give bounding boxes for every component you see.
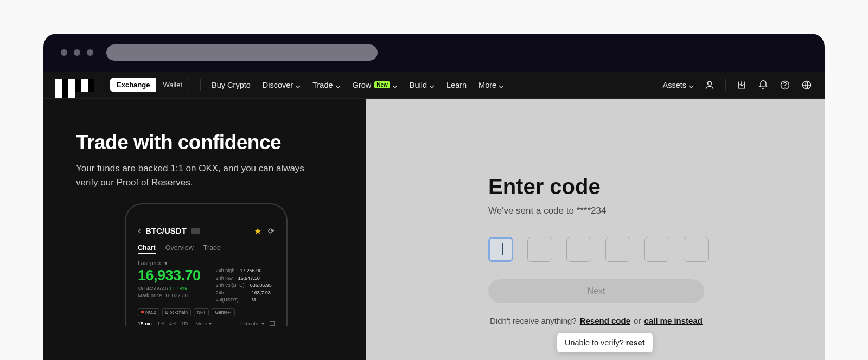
refresh-icon: ⟳ (268, 227, 275, 235)
timeframe-option: 1D (181, 320, 188, 326)
layout-icon (270, 321, 275, 326)
svg-point-2 (785, 87, 786, 87)
notifications-icon[interactable] (757, 79, 769, 91)
price-stats: 24h high17,256.90 24h low15,947.10 24h v… (216, 267, 275, 304)
nav-build-label: Build (410, 81, 427, 89)
nav-assets[interactable]: Assets (662, 81, 694, 89)
nav-buy-crypto[interactable]: Buy Crypto (212, 81, 251, 89)
enter-code-title: Enter code (488, 175, 825, 199)
otp-digit-1[interactable] (488, 237, 513, 262)
otp-digit-3[interactable] (566, 237, 591, 262)
wallet-tab[interactable]: Wallet (156, 78, 189, 92)
okx-logo[interactable] (55, 79, 99, 92)
maximize-window-button[interactable] (87, 49, 93, 56)
nav-discover[interactable]: Discover (263, 81, 301, 89)
indicator-label: Indicator ▾ (240, 320, 264, 326)
last-price-label: Last price ▾ (138, 260, 275, 266)
download-icon[interactable] (736, 79, 748, 91)
hero-subtitle: Your funds are backed 1:1 on OKX, and yo… (76, 162, 326, 189)
content: Trade with confidence Your funds are bac… (43, 99, 825, 360)
timeframe-option: 1H (157, 320, 164, 326)
call-me-link[interactable]: call me instead (644, 316, 703, 325)
nav-build[interactable]: Build (410, 81, 435, 89)
text-cursor (502, 243, 503, 255)
resend-code-link[interactable]: Resend code (580, 316, 630, 325)
otp-digit-5[interactable] (644, 237, 669, 262)
enter-code-subtitle: We've sent a code to ****234 (488, 205, 825, 216)
back-icon: ‹ (138, 225, 141, 236)
phone-tab-overview: Overview (165, 244, 194, 254)
chevron-down-icon (392, 82, 398, 88)
noreceive-text: Didn't receive anything? (490, 316, 577, 325)
close-window-button[interactable] (61, 49, 67, 56)
otp-digit-2[interactable] (527, 237, 552, 262)
otp-digit-4[interactable] (605, 237, 630, 262)
trading-pair: BTC/USDT (145, 226, 187, 235)
chevron-down-icon (429, 82, 435, 88)
minimize-window-button[interactable] (74, 49, 80, 56)
last-price-value: 16,933.70 (138, 267, 201, 284)
chevron-down-icon (688, 82, 694, 88)
unable-verify-text: Unable to verify? (565, 338, 624, 347)
market-tag: NO.2 (138, 308, 159, 316)
nav-links: Buy Crypto Discover Trade Grow New Build (212, 81, 504, 89)
phone-header: ‹ BTC/USDT ★ ⟳ (138, 225, 275, 236)
reset-link[interactable]: reset (626, 338, 645, 347)
chevron-down-icon (295, 82, 301, 88)
next-button[interactable]: Next (488, 279, 704, 303)
window-controls (61, 49, 93, 56)
nav-assets-label: Assets (662, 81, 686, 89)
timeframe-option: 4H (169, 320, 176, 326)
market-tag: NFT (194, 308, 209, 316)
price-subline: ≈¥144556.46 +1.19% (138, 285, 201, 291)
browser-chrome (43, 34, 825, 72)
nav-more[interactable]: More (478, 81, 504, 89)
exchange-tab[interactable]: Exchange (110, 78, 156, 92)
left-pane: Trade with confidence Your funds are bac… (43, 99, 366, 360)
resend-help-row: Didn't receive anything? Resend code or … (488, 316, 704, 325)
unable-verify-tooltip: Unable to verify? reset (557, 333, 653, 352)
timeframe-row: 15min 1H 4H 1D More ▾ Indicator ▾ (138, 320, 275, 326)
mode-segmented-control: Exchange Wallet (110, 78, 189, 92)
help-icon[interactable] (779, 79, 791, 91)
nav-learn[interactable]: Learn (446, 81, 467, 89)
nav-right: Assets (662, 79, 813, 91)
app-root: Exchange Wallet Buy Crypto Discover Trad… (43, 72, 825, 360)
language-icon[interactable] (801, 79, 813, 91)
browser-window: Exchange Wallet Buy Crypto Discover Trad… (43, 34, 825, 360)
chevron-down-icon (335, 82, 341, 88)
profile-icon[interactable] (704, 79, 716, 91)
otp-input-group (488, 237, 825, 262)
timeframe-option: 15min (138, 320, 152, 326)
timeframe-more: More ▾ (195, 320, 211, 326)
address-bar[interactable] (106, 44, 378, 61)
nav-divider (200, 79, 201, 91)
phone-tab-chart: Chart (138, 244, 156, 254)
top-navbar: Exchange Wallet Buy Crypto Discover Trad… (43, 72, 825, 99)
swap-icon (191, 228, 200, 234)
new-badge: New (374, 81, 390, 88)
phone-tab-trade: Trade (203, 244, 221, 254)
chevron-down-icon (499, 82, 504, 88)
phone-tabs: Chart Overview Trade (138, 244, 275, 254)
otp-digit-6[interactable] (684, 237, 709, 262)
svg-point-0 (708, 81, 712, 85)
phone-mockup: ‹ BTC/USDT ★ ⟳ Chart Overview Trade (125, 203, 288, 326)
nav-discover-label: Discover (263, 81, 293, 89)
market-tag: Blockchain (162, 308, 191, 316)
market-tags: NO.2 Blockchain NFT GameFi (138, 308, 275, 316)
mark-price: Mark price 16,032.30 (138, 292, 201, 298)
favorite-star-icon: ★ (254, 227, 261, 235)
nav-grow-label: Grow (353, 81, 372, 89)
or-text: or (634, 316, 641, 325)
right-pane: Enter code We've sent a code to ****234 … (366, 99, 825, 360)
nav-divider (725, 79, 726, 91)
dropdown-caret-icon: ▾ (164, 260, 168, 266)
hero-title: Trade with confidence (76, 131, 366, 154)
nav-grow[interactable]: Grow New (353, 81, 398, 89)
nav-trade-label: Trade (312, 81, 333, 89)
nav-more-label: More (478, 81, 496, 89)
nav-trade[interactable]: Trade (312, 81, 340, 89)
market-tag: GameFi (212, 308, 234, 316)
